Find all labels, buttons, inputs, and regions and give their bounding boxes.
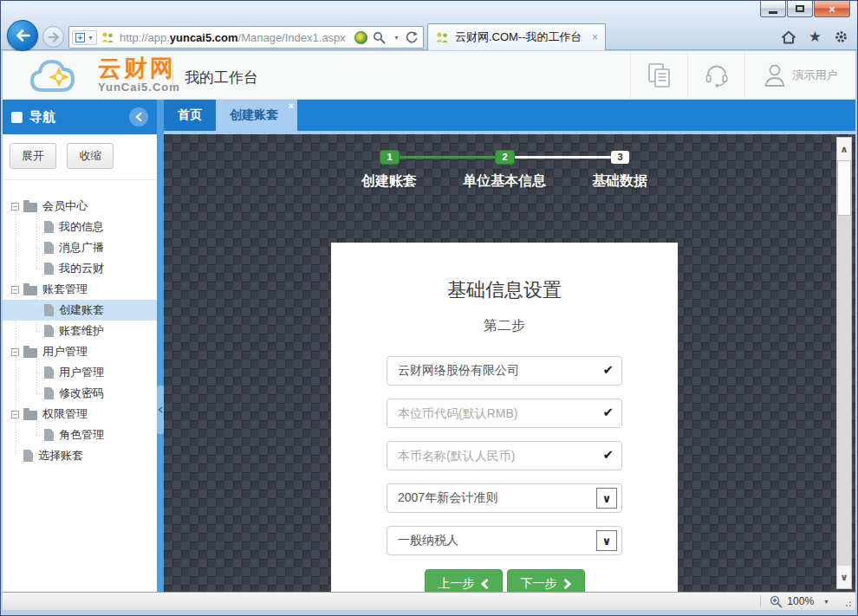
window-frame-bottom [1, 610, 857, 615]
sidebar-item-select-account-set[interactable]: 选择账套 [3, 445, 157, 466]
prev-step-button[interactable]: 上一步 [425, 569, 503, 592]
next-step-label: 下一步 [521, 576, 557, 592]
search-icon[interactable] [373, 31, 386, 44]
site-badge-icon[interactable] [354, 31, 367, 44]
zoom-magnifier-icon [770, 595, 783, 608]
sidebar-item-account-set-management[interactable]: − 账套管理 [3, 279, 157, 300]
support-button[interactable] [687, 51, 744, 100]
close-window-button[interactable]: × [814, 1, 850, 17]
page-icon [44, 325, 54, 337]
url-domain: yuncai5.com [170, 31, 238, 44]
tree-label: 消息广播 [59, 240, 104, 256]
collapse-node-icon[interactable]: − [11, 348, 19, 356]
tab-close-icon[interactable]: × [289, 101, 294, 111]
folder-icon [23, 286, 37, 295]
sidebar-item-message-broadcast[interactable]: 消息广播 [3, 237, 157, 258]
documents-button[interactable] [630, 51, 687, 100]
maximize-icon [796, 5, 804, 12]
sidebar-item-my-yuncai[interactable]: 我的云财 [3, 258, 157, 279]
tree-toolbar: 展开 收缩 [3, 134, 157, 180]
sidebar-item-create-account-set[interactable]: 创建账套 [3, 300, 157, 321]
collapse-node-icon[interactable]: − [11, 286, 19, 294]
tab-close-icon[interactable]: × [592, 31, 598, 43]
sidebar-item-my-info[interactable]: 我的信息 [3, 217, 157, 237]
status-separator [760, 595, 761, 607]
gear-icon[interactable] [834, 29, 848, 44]
next-step-button[interactable]: 下一步 [507, 569, 585, 592]
tree-label: 选择账套 [38, 448, 83, 464]
splitter-handle[interactable] [157, 386, 164, 434]
folder-icon [23, 348, 37, 358]
selected-value: 一般纳税人 [398, 533, 458, 548]
compatibility-icon: + [75, 33, 85, 42]
collapse-all-button[interactable]: 收缩 [67, 143, 114, 169]
favorites-star-icon[interactable]: ★ [809, 28, 822, 46]
address-bar[interactable]: + ▼ http://app.yuncai5.com/Manage/Index1… [68, 26, 424, 49]
navigation-sidebar: 导航 展开 收缩 − 会员中心 我的信息 消息广播 我的云财 [3, 100, 157, 592]
header-divider [172, 65, 173, 88]
chevron-down-icon[interactable]: ∨ [596, 530, 617, 551]
taxpayer-type-select[interactable]: 一般纳税人 ∨ [387, 526, 622, 555]
page-icon [44, 387, 54, 399]
form-title: 基础信息设置 [331, 277, 678, 303]
minimize-icon [769, 11, 777, 14]
sidebar-item-permission-management[interactable]: − 权限管理 [3, 404, 157, 425]
page-icon [44, 263, 54, 275]
refresh-icon[interactable] [405, 31, 418, 44]
page-title: 我的工作台 [185, 68, 258, 88]
zoom-caret-icon[interactable]: ▼ [823, 599, 829, 605]
check-icon: ✔ [602, 362, 614, 378]
logo-subtext: YunCai5.Com [98, 81, 180, 94]
chevron-left-icon [158, 406, 163, 413]
scroll-down-icon: ∨ [841, 572, 848, 583]
sidebar-item-change-password[interactable]: 修改密码 [3, 383, 157, 404]
sidebar-title: 导航 [29, 109, 55, 126]
url-text[interactable]: http://app.yuncai5.com/Manage/Index1.asp… [120, 31, 354, 44]
collapse-node-icon[interactable]: − [11, 411, 19, 418]
resize-grip[interactable] [842, 597, 853, 608]
search-caret-icon[interactable]: ▼ [393, 35, 400, 41]
home-icon[interactable] [781, 30, 796, 44]
minimize-button[interactable] [760, 1, 786, 17]
page-icon [44, 366, 54, 379]
accounting-standard-select[interactable]: 2007年新会计准则 ∨ [387, 483, 622, 513]
expand-all-button[interactable]: 展开 [10, 143, 56, 169]
forward-button[interactable] [42, 26, 64, 48]
scroll-up-button[interactable]: ∧ [837, 138, 851, 160]
user-menu[interactable]: 演示用户 [744, 51, 855, 100]
currency-code-input[interactable] [387, 399, 622, 428]
sidebar-item-user-management-group[interactable]: − 用户管理 [3, 341, 157, 362]
page-icon [44, 242, 54, 254]
sidebar-collapse-button[interactable] [129, 107, 148, 126]
window-controls: × [759, 1, 850, 17]
folder-icon [23, 411, 37, 420]
company-name-input[interactable] [387, 356, 622, 386]
browser-tab[interactable]: 云财网.COM--我的工作台 × [427, 23, 606, 50]
content-scrollbar[interactable]: ∧ ∨ [836, 137, 852, 589]
close-icon: × [829, 3, 835, 16]
step-connector-done [389, 156, 504, 159]
tab-create-account-set[interactable]: 创建账套 × [216, 100, 297, 131]
zoom-level-label: 100% [787, 595, 814, 607]
chevron-down-icon[interactable]: ∨ [596, 488, 617, 509]
sidebar-item-account-set-maintenance[interactable]: 账套维护 [3, 321, 157, 341]
compatibility-view-button[interactable]: + ▼ [72, 30, 97, 45]
scrollbar-thumb[interactable] [837, 160, 851, 216]
scroll-down-button[interactable]: ∨ [837, 566, 851, 588]
maximize-button[interactable] [787, 1, 813, 17]
page-icon [44, 221, 54, 233]
sidebar-item-user-management[interactable]: 用户管理 [3, 362, 157, 383]
tab-home[interactable]: 首页 [164, 100, 216, 131]
back-button[interactable] [7, 20, 38, 51]
content-area: 首页 创建账套 × 1 2 3 创建账套 单位基本信息 基础数据 基础信 [164, 100, 855, 592]
collapse-node-icon[interactable]: − [11, 203, 19, 211]
chevron-left-icon [135, 113, 142, 121]
sidebar-item-role-management[interactable]: 角色管理 [3, 425, 157, 445]
sidebar-item-member-center[interactable]: − 会员中心 [3, 196, 157, 217]
user-name-label: 演示用户 [793, 68, 838, 83]
taxpayer-type-field: 一般纳税人 ∨ [387, 526, 622, 555]
app-logo[interactable]: 云财网 YunCai5.Com [27, 54, 180, 97]
currency-name-input[interactable] [387, 441, 622, 470]
sidebar-splitter[interactable] [157, 100, 164, 592]
zoom-control[interactable]: 100% ▼ [770, 595, 829, 608]
